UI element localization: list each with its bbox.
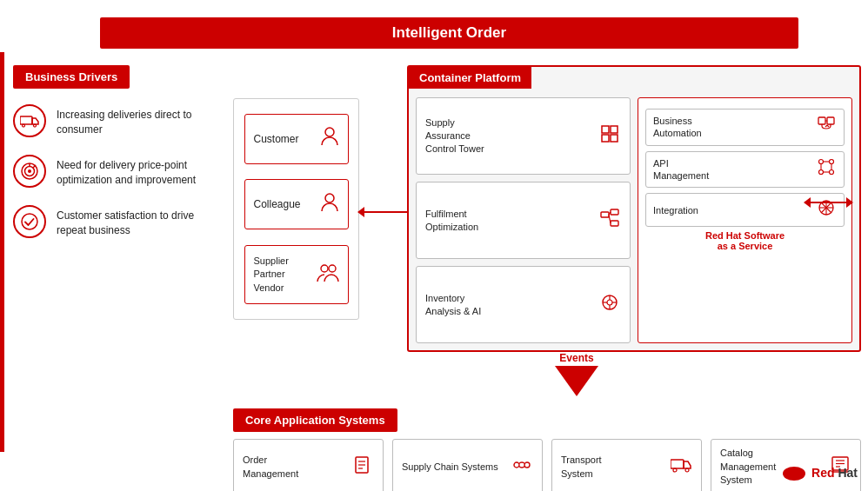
events-down-arrow [555, 366, 598, 396]
sys-card-order-management-label: OrderManagement [243, 454, 298, 481]
svg-point-31 [830, 160, 834, 164]
saas-cards: BusinessAutomation [645, 109, 845, 227]
container-platform-box: Container Platform SupplyAssuranceContro… [407, 65, 861, 352]
events-label: Events [559, 352, 593, 364]
svg-line-21 [609, 215, 611, 223]
svg-rect-18 [611, 209, 618, 215]
main-title: Intelligent Order [100, 17, 798, 49]
svg-rect-13 [602, 126, 609, 133]
driver-item-2: Need for delivery price-point optimizati… [13, 155, 222, 188]
svg-point-10 [325, 194, 334, 202]
main-diagram: Customer Colleague SupplierPartnerVendor [233, 65, 861, 474]
business-drivers-section: Business Drivers Increasing deliveries d… [13, 65, 222, 255]
ai-icon [598, 293, 621, 316]
check-icon [13, 205, 46, 238]
redhat-logo-text: Red Hat [811, 466, 858, 480]
driver-text-1: Increasing deliveries direct to consumer [57, 104, 222, 137]
svg-rect-14 [611, 126, 618, 133]
left-accent-bar [0, 52, 4, 452]
svg-rect-16 [611, 135, 618, 142]
svg-point-49 [514, 462, 519, 468]
actor-colleague-icon [320, 192, 339, 217]
sys-card-transport-label: TransportSystem [561, 454, 602, 481]
svg-point-2 [34, 124, 37, 127]
svg-rect-29 [827, 117, 834, 124]
truck-icon [13, 104, 46, 137]
driver-item-3: Customer satisfaction to drive repeat bu… [13, 205, 222, 238]
svg-rect-51 [671, 460, 684, 468]
actor-supplier: SupplierPartnerVendor [244, 245, 349, 304]
supply-chain-icon [511, 455, 533, 479]
cp-card-supply-assurance-label: SupplyAssuranceControl Tower [425, 116, 484, 156]
transport-icon [670, 457, 692, 477]
svg-rect-17 [601, 212, 609, 217]
container-platform-title: Container Platform [409, 67, 531, 89]
business-drivers-title: Business Drivers [13, 65, 130, 89]
core-systems-section: Core Application Systems OrderManagement… [233, 408, 861, 491]
driver-text-3: Customer satisfaction to drive repeat bu… [57, 205, 222, 238]
sys-card-supply-chain-label: Supply Chain Systems [402, 461, 498, 474]
flow-icon [598, 209, 621, 232]
svg-rect-15 [602, 135, 609, 142]
svg-point-1 [23, 124, 25, 127]
cp-card-supply-assurance: SupplyAssuranceControl Tower [416, 97, 631, 175]
sys-card-catalog-label: CatalogManagementSystem [720, 447, 776, 487]
redhat-saas-box: BusinessAutomation [638, 97, 852, 343]
svg-rect-19 [611, 221, 618, 226]
redhat-logo: Red Hat [780, 463, 858, 482]
order-management-icon [351, 455, 374, 479]
actor-colleague: Colleague [244, 179, 349, 229]
svg-point-50 [524, 462, 530, 468]
actor-supplier-label: SupplierPartnerVendor [254, 255, 289, 295]
svg-line-7 [33, 165, 36, 168]
svg-point-32 [819, 170, 824, 175]
svg-point-5 [28, 169, 31, 173]
svg-point-12 [329, 265, 336, 272]
svg-point-52 [673, 468, 677, 472]
grid-icon [598, 124, 621, 148]
saas-card-integration-label: Integration [653, 204, 698, 216]
actor-customer: Customer [244, 114, 349, 164]
cp-right-column: BusinessAutomation [638, 97, 852, 343]
svg-rect-0 [20, 116, 32, 124]
redhat-saas-title: Red Hat Softwareas a Service [645, 230, 845, 251]
api-icon [816, 158, 837, 180]
container-platform-inner: SupplyAssuranceControl Tower FulfilmentO… [416, 97, 852, 343]
svg-rect-28 [818, 117, 825, 124]
saas-card-business-automation-label: BusinessAutomation [653, 115, 702, 140]
svg-point-30 [819, 160, 824, 164]
svg-point-33 [830, 170, 834, 175]
svg-point-23 [607, 300, 612, 305]
core-systems-title: Core Application Systems [233, 408, 397, 432]
actor-customer-icon [320, 126, 339, 151]
saas-card-api: APIManagement [645, 151, 845, 189]
sys-card-order-management: OrderManagement [233, 439, 384, 491]
actor-customer-label: Customer [254, 133, 299, 145]
cp-card-inventory-label: InventoryAnalysis & AI [425, 292, 481, 318]
saas-card-integration: Integration [645, 193, 845, 227]
cp-card-inventory: InventoryAnalysis & AI [416, 266, 631, 343]
sys-card-transport: TransportSystem [551, 439, 702, 491]
sys-card-supply-chain: Supply Chain Systems [392, 439, 543, 491]
driver-text-2: Need for delivery price-point optimizati… [57, 155, 222, 188]
actor-supplier-icon [317, 262, 339, 288]
svg-point-9 [325, 128, 334, 136]
core-systems-cards: OrderManagement Supply Chain Systems [233, 439, 861, 491]
cp-card-fulfilment: FulfilmentOptimization [416, 182, 631, 259]
actors-box: Customer Colleague SupplierPartnerVendor [233, 98, 359, 320]
actor-colleague-label: Colleague [254, 198, 301, 210]
saas-card-api-label: APIManagement [653, 157, 709, 182]
svg-point-11 [321, 265, 328, 272]
cp-left-column: SupplyAssuranceControl Tower FulfilmentO… [416, 97, 631, 343]
platform-to-storage-arrow [805, 202, 852, 203]
cp-card-fulfilment-label: FulfilmentOptimization [425, 208, 478, 234]
saas-card-business-automation: BusinessAutomation [645, 109, 845, 146]
automation-icon [816, 116, 837, 138]
svg-point-8 [22, 214, 37, 229]
driver-item-1: Increasing deliveries direct to consumer [13, 104, 222, 137]
events-area: Events [490, 352, 664, 396]
svg-point-53 [685, 468, 689, 472]
target-icon [13, 155, 46, 188]
